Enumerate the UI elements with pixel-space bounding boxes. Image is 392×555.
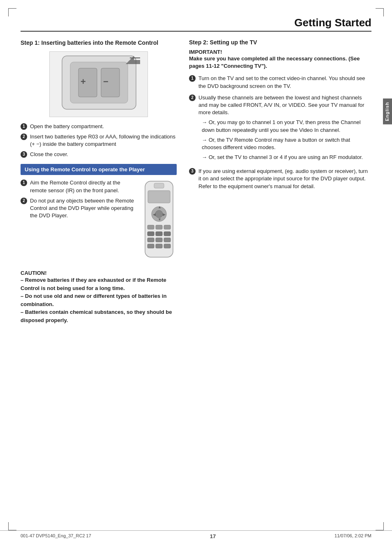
step2-item-3: 3 If you are using external equipment, (… xyxy=(189,168,371,190)
svg-text:−: − xyxy=(103,76,108,87)
svg-rect-22 xyxy=(148,238,154,242)
svg-rect-24 xyxy=(164,238,171,242)
remote-item-1: 1 Aim the Remote Control directly at the… xyxy=(21,179,138,194)
important-body: Make sure you have completed all the nec… xyxy=(189,55,371,70)
svg-point-11 xyxy=(155,210,163,218)
caution-box: CAUTION! – Remove batteries if they are … xyxy=(21,270,177,324)
left-column: Step 1: Inserting batteries into the Rem… xyxy=(21,39,177,324)
footer-left: 001-47 DVP5140_Eng_37_RC2 17 xyxy=(21,533,91,539)
step1-item-2: 2 Insert two batteries type R03 or AAA, … xyxy=(21,133,177,148)
step2-num-1: 1 xyxy=(189,75,196,82)
svg-rect-17 xyxy=(156,225,162,229)
page-footer: 001-47 DVP5140_Eng_37_RC2 17 17 11/07/06… xyxy=(0,530,392,539)
svg-text:▲: ▲ xyxy=(158,205,161,209)
svg-rect-16 xyxy=(148,225,154,229)
svg-rect-18 xyxy=(164,225,171,229)
step1-item-3: 3 Close the cover. xyxy=(21,151,177,158)
svg-rect-8 xyxy=(154,183,164,188)
remote-section: 1 Aim the Remote Control directly at the… xyxy=(21,179,177,263)
step2-num-3: 3 xyxy=(189,168,196,175)
svg-text:▶: ▶ xyxy=(163,212,166,216)
svg-text:▼: ▼ xyxy=(158,217,161,221)
svg-rect-21 xyxy=(164,232,171,236)
right-column: Step 2: Setting up the TV IMPORTANT! Mak… xyxy=(189,39,371,324)
caution-title: CAUTION! xyxy=(21,270,177,276)
arrow-item-1: Or, you may go to channel 1 on your TV, … xyxy=(202,119,371,134)
svg-rect-25 xyxy=(148,244,154,248)
main-content: Step 1: Inserting batteries into the Rem… xyxy=(21,39,371,324)
arrow-item-3: Or, set the TV to channel 3 or 4 if you … xyxy=(202,154,371,161)
corner-mark-tr xyxy=(376,8,384,16)
remote-control-box-heading: Using the Remote Control to operate the … xyxy=(21,164,177,175)
sidebar-language-label: English xyxy=(383,99,392,124)
svg-rect-19 xyxy=(148,232,154,236)
remote-svg: ▲ ▼ ◀ ▶ xyxy=(142,179,177,261)
caution-line-1: – Remove batteries if they are exhausted… xyxy=(21,276,177,292)
important-box: IMPORTANT! Make sure you have completed … xyxy=(189,49,371,70)
svg-rect-23 xyxy=(156,238,162,242)
page-container: English Getting Started Step 1: Insertin… xyxy=(0,0,392,555)
num-circle-r2: 2 xyxy=(21,198,27,204)
arrow-item-2: Or, the TV Remote Control may have a but… xyxy=(202,136,371,151)
corner-mark-tl xyxy=(8,8,16,16)
svg-rect-26 xyxy=(156,244,162,248)
remote-control-image: ▲ ▼ ◀ ▶ xyxy=(142,179,177,263)
remote-instructions: 1 Aim the Remote Control directly at the… xyxy=(21,179,138,225)
step2-heading: Step 2: Setting up the TV xyxy=(189,39,371,46)
step2-item-1: 1 Turn on the TV and set to the correct … xyxy=(189,75,371,90)
step2-num-2: 2 xyxy=(189,94,196,101)
step2-instructions: 1 Turn on the TV and set to the correct … xyxy=(189,75,371,190)
battery-image: + − xyxy=(49,51,148,117)
svg-rect-9 xyxy=(148,191,170,203)
svg-text:+: + xyxy=(81,76,86,87)
svg-text:◀: ◀ xyxy=(153,212,156,216)
step2-item-2: 2 Usually these channels are between the… xyxy=(189,94,371,164)
remote-item-2: 2 Do not put any objects between the Rem… xyxy=(21,197,138,220)
num-circle-r1: 1 xyxy=(21,180,27,186)
remote-instructions-list: 1 Aim the Remote Control directly at the… xyxy=(21,179,138,219)
step1-item-1: 1 Open the battery compartment. xyxy=(21,123,177,130)
svg-rect-27 xyxy=(164,244,171,248)
step1-heading: Step 1: Inserting batteries into the Rem… xyxy=(21,39,177,47)
page-title-area: Getting Started xyxy=(21,16,371,32)
corner-mark-br xyxy=(376,522,384,530)
num-circle-2: 2 xyxy=(21,134,27,140)
svg-rect-20 xyxy=(156,232,162,236)
battery-svg: + − xyxy=(50,52,148,117)
page-number: 17 xyxy=(210,533,216,539)
important-title: IMPORTANT! xyxy=(189,49,371,55)
caution-line-2: – Do not use old and new or different ty… xyxy=(21,292,177,308)
num-circle-3: 3 xyxy=(21,151,27,158)
footer-right: 11/07/06, 2:02 PM xyxy=(334,533,371,539)
num-circle-1: 1 xyxy=(21,123,27,130)
caution-line-3: – Batteries contain chemical substances,… xyxy=(21,308,177,324)
page-title: Getting Started xyxy=(294,16,371,29)
corner-mark-bl xyxy=(8,522,16,530)
step1-instructions: 1 Open the battery compartment. 2 Insert… xyxy=(21,123,177,159)
